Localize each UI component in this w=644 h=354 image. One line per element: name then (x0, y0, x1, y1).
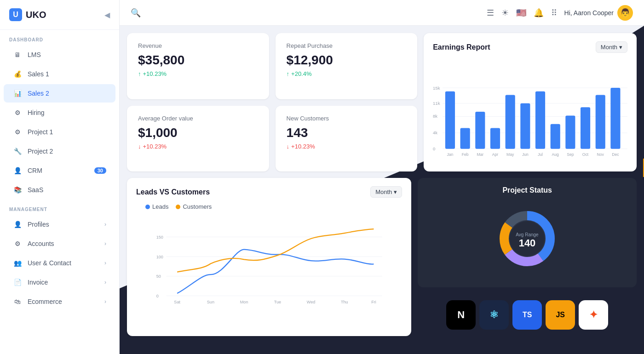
sidebar-item-profiles[interactable]: 👤 Profiles › (4, 215, 115, 234)
revenue-card: Revenue $35,800 ↑ +10.23% (127, 33, 269, 99)
user-profile[interactable]: Hi, Aaron Cooper 👨 (564, 5, 633, 21)
sidebar-item-sales1[interactable]: 💰 Sales 1 (4, 65, 115, 83)
sidebar-item-label: Profiles (28, 221, 99, 228)
svg-rect-20 (520, 103, 530, 149)
svg-text:Jun: Jun (522, 152, 529, 157)
flag-icon[interactable]: 🇺🇸 (516, 8, 526, 18)
notification-icon[interactable]: 🔔 (534, 8, 544, 18)
usercontact-icon: 👥 (13, 258, 22, 268)
customers-dot (176, 205, 180, 209)
apps-grid-icon[interactable]: ⠿ (551, 8, 557, 18)
project1-icon: ⚙ (13, 127, 22, 137)
earnings-title: Earnings Report (433, 43, 490, 51)
svg-text:Mar: Mar (477, 152, 484, 157)
svg-text:Wed: Wed (307, 300, 316, 304)
leads-dot (145, 205, 150, 209)
svg-text:0: 0 (156, 294, 159, 298)
svg-text:Aug: Aug (552, 152, 559, 157)
project2-icon: 🔧 (13, 147, 22, 156)
sidebar-item-ecommerce[interactable]: 🛍 Ecommerce › (4, 292, 115, 311)
sidebar-item-invoice[interactable]: 📄 Invoice › (4, 273, 115, 291)
svg-text:Jul: Jul (538, 152, 543, 157)
avg-order-card: Average Order value $1,000 ↓ +10.23% (127, 106, 269, 172)
profiles-icon: 👤 (13, 220, 22, 229)
sidebar-item-saas[interactable]: 📚 SaaS (4, 181, 115, 199)
donut-chart: Avg Range 140 (490, 202, 564, 275)
svg-rect-12 (460, 128, 470, 148)
earnings-header: Earnings Report Month ▾ (433, 41, 627, 53)
sidebar-item-lms[interactable]: 🖥 LMS (4, 46, 115, 64)
sidebar-item-crm[interactable]: 👤 CRM 30 (4, 161, 115, 180)
theme-icon[interactable]: ☀ (501, 8, 509, 18)
repeat-label: Repeat Purchase (287, 42, 407, 49)
leads-legend-item: Leads (145, 203, 168, 210)
typescript-logo: TS (512, 300, 542, 330)
sidebar-item-label: Sales 1 (28, 70, 106, 78)
sidebar-item-hiring[interactable]: ⚙ Hiring (4, 103, 115, 122)
chevron-right-icon: › (104, 298, 106, 305)
sidebar-item-project2[interactable]: 🔧 Project 2 (4, 142, 115, 160)
svg-text:150: 150 (156, 235, 163, 240)
new-customers-card: New Customers 143 ↓ +10.23% (276, 106, 418, 172)
tech-logos-row: N ⚛ TS JS ✦ (418, 294, 637, 336)
crm-icon: 👤 (13, 166, 22, 175)
project-status-card: Project Status (418, 178, 637, 287)
sidebar-collapse-button[interactable]: ◀ (104, 11, 110, 19)
svg-rect-16 (490, 128, 500, 148)
customers-legend-item: Customers (176, 203, 212, 210)
sidebar-item-label: Project 2 (28, 148, 106, 155)
logo-icon: U (9, 8, 22, 21)
svg-text:Nov: Nov (597, 152, 604, 157)
leads-dropdown-arrow-icon: ▾ (394, 188, 397, 195)
sidebar-item-accounts[interactable]: ⚙ Accounts › (4, 234, 115, 253)
search-bar[interactable]: 🔍 (131, 8, 141, 18)
svg-text:50: 50 (156, 274, 161, 279)
sidebar-item-usercontact[interactable]: 👥 User & Contact › (4, 254, 115, 272)
accounts-icon: ⚙ (13, 239, 22, 248)
month-selector[interactable]: Month ▾ (596, 41, 627, 53)
sidebar-section-dashboard: DASHBOARD (0, 30, 119, 45)
down-arrow-icon: ↓ (287, 143, 290, 150)
sidebar-item-label: Invoice (28, 279, 99, 286)
javascript-logo: JS (546, 300, 575, 330)
sidebar-item-label: Accounts (28, 240, 99, 247)
app-logo: U UKO (9, 8, 46, 21)
repeat-value: $12,900 (287, 53, 407, 68)
svg-text:Mon: Mon (240, 300, 248, 304)
avg-order-change: ↓ +10.23% (138, 143, 258, 150)
leads-chart-card: Leads VS Customers Month ▾ Leads (127, 178, 411, 336)
svg-text:Feb: Feb (462, 152, 469, 157)
dashboard-content: Revenue $35,800 ↑ +10.23% Repeat Purchas… (120, 26, 644, 354)
svg-rect-28 (581, 107, 590, 148)
crm-badge: 30 (94, 167, 106, 174)
new-customers-value: 143 (287, 126, 407, 140)
sidebar-item-sales2[interactable]: 📊 Sales 2 (4, 84, 115, 103)
ecommerce-icon: 🛍 (13, 297, 22, 306)
chevron-right-icon: › (104, 279, 106, 285)
leads-line-chart: 0 50 100 150 Sat Sun Mon Tue (136, 216, 402, 308)
svg-text:140: 140 (519, 237, 536, 249)
menu-icon[interactable]: ☰ (487, 8, 494, 18)
earnings-card: Earnings Report Month ▾ 0 4k 8k 11k 15k (424, 33, 637, 171)
svg-text:Sat: Sat (174, 300, 180, 304)
svg-text:4k: 4k (433, 130, 437, 135)
sidebar-item-label: Hiring (28, 109, 106, 116)
svg-text:Oct: Oct (582, 152, 589, 157)
sidebar-item-label: CRM (28, 167, 89, 174)
sidebar-item-project1[interactable]: ⚙ Project 1 (4, 123, 115, 141)
svg-text:100: 100 (156, 255, 163, 259)
react-logo: ⚛ (479, 300, 509, 330)
svg-rect-30 (596, 95, 605, 148)
new-customers-change: ↓ +10.23% (287, 143, 407, 150)
sales1-icon: 💰 (13, 69, 22, 79)
sidebar-item-label: Sales 2 (28, 90, 106, 97)
chevron-right-icon: › (104, 240, 106, 247)
up-arrow-icon: ↑ (287, 70, 290, 77)
leads-month-selector[interactable]: Month ▾ (370, 186, 402, 198)
main-content: 🔍 ☰ ☀ 🇺🇸 🔔 ⠿ Hi, Aaron Cooper 👨 (120, 0, 644, 354)
project-status-title: Project Status (427, 186, 627, 194)
svg-rect-26 (565, 116, 575, 149)
header-actions: ☰ ☀ 🇺🇸 🔔 ⠿ Hi, Aaron Cooper 👨 (487, 5, 633, 21)
svg-text:Avg Range: Avg Range (516, 232, 539, 237)
svg-rect-32 (610, 88, 620, 149)
